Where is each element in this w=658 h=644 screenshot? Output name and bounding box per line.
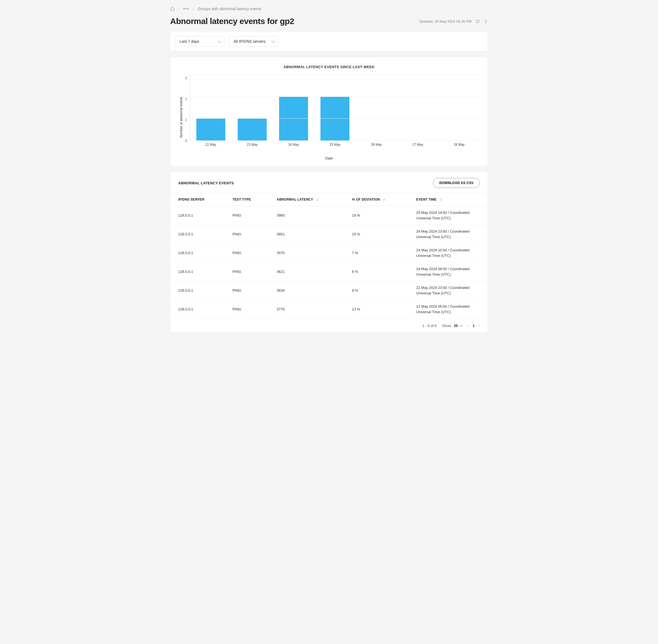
breadcrumb: / ••• / Groups with abnormal latency eve… <box>170 7 488 11</box>
x-tick: 27 May <box>412 143 423 146</box>
bar-slot: 24 May <box>273 74 314 140</box>
cell-abnormal-latency: 3776 <box>269 300 344 319</box>
y-tick: 0 <box>183 139 187 143</box>
bar-slot: 25 May <box>314 74 355 140</box>
col-server[interactable]: IP/DNS SERVER <box>170 193 225 206</box>
time-range-value: Last 7 days <box>180 39 199 44</box>
col-abnormal-latency[interactable]: ABNORMAL LATENCY <box>269 193 344 206</box>
cell-server: 128.0.0.1 <box>170 300 225 319</box>
next-page-button[interactable]: › <box>478 323 480 328</box>
col-event-time[interactable]: EVENT TIME <box>408 193 488 206</box>
home-icon[interactable] <box>170 7 174 11</box>
bar-slot: 27 May <box>397 74 439 140</box>
more-options-icon[interactable] <box>484 19 488 24</box>
bar-slot: 26 May <box>356 74 397 140</box>
table-row[interactable]: 128.0.0.1PING35707 %24 May 2024 10:00 / … <box>170 244 488 262</box>
col-test-type[interactable]: TEST TYPE <box>225 193 269 206</box>
chart-panel: ABNORMAL LATENCY EVENTS SINCE LAST WEEK … <box>170 57 488 166</box>
col-deviation[interactable]: % OF DEVIATION <box>344 193 408 206</box>
cell-test-type: PING <box>225 281 269 300</box>
x-tick: 22 May <box>205 143 216 146</box>
cell-deviation: 8 % <box>344 262 408 281</box>
servers-select[interactable]: All IP/DNS servers <box>229 36 279 47</box>
refresh-icon[interactable] <box>475 19 480 23</box>
table-title: ABNORMAL LATENCY EVENTS <box>178 181 234 185</box>
x-tick: 23 May <box>247 143 258 146</box>
cell-deviation: 15 % <box>344 225 408 244</box>
cell-event-time: 25 May 2024 14:00 / Coordinated Universa… <box>408 206 488 225</box>
cell-test-type: PING <box>225 244 269 262</box>
x-tick: 24 May <box>288 143 299 146</box>
cell-test-type: PING <box>225 225 269 244</box>
table-row[interactable]: 128.0.0.1PING385115 %24 May 2024 23:00 /… <box>170 225 488 244</box>
cell-deviation: 19 % <box>344 206 408 225</box>
cell-abnormal-latency: 3570 <box>269 244 344 262</box>
cell-abnormal-latency: 3634 <box>269 281 344 300</box>
cell-event-time: 24 May 2024 10:00 / Coordinated Universa… <box>408 244 488 262</box>
bar-slot: 28 May <box>439 74 480 140</box>
y-tick: 1 <box>183 118 187 122</box>
cell-abnormal-latency: 3621 <box>269 262 344 281</box>
prev-page-button[interactable]: ‹ <box>467 323 469 328</box>
table-panel: ABNORMAL LATENCY EVENTS DOWNLOAD AS CSV … <box>170 171 488 333</box>
page-title: Abnormal latency events for gp2 <box>170 17 294 26</box>
cell-server: 128.0.0.1 <box>170 225 225 244</box>
cell-server: 128.0.0.1 <box>170 281 225 300</box>
servers-value: All IP/DNS servers <box>234 39 265 44</box>
sort-icon <box>439 198 443 202</box>
cell-abnormal-latency: 3985 <box>269 206 344 225</box>
y-tick: 2 <box>183 97 187 101</box>
chart-bar[interactable] <box>196 118 225 140</box>
table-row[interactable]: 128.0.0.1PING398519 %25 May 2024 14:00 /… <box>170 206 488 225</box>
time-range-select[interactable]: Last 7 days <box>175 36 225 47</box>
chart-x-axis-label: Date <box>178 156 480 160</box>
page-size-select[interactable]: 25 <box>454 324 462 328</box>
chart-title: ABNORMAL LATENCY EVENTS SINCE LAST WEEK <box>178 65 480 69</box>
chart-bar[interactable] <box>238 118 267 140</box>
current-page: 1 <box>472 324 474 328</box>
cell-deviation: 7 % <box>344 244 408 262</box>
x-tick: 28 May <box>454 143 464 146</box>
table-row[interactable]: 128.0.0.1PING36218 %24 May 2024 08:00 / … <box>170 262 488 281</box>
breadcrumb-ellipsis[interactable]: ••• <box>183 7 189 11</box>
chart-y-ticks: 3210 <box>183 74 190 149</box>
cell-event-time: 22 May 2024 23:00 / Coordinated Universa… <box>408 281 488 300</box>
cell-test-type: PING <box>225 262 269 281</box>
x-tick: 25 May <box>330 143 340 146</box>
x-tick: 26 May <box>371 143 382 146</box>
bar-slot: 22 May <box>190 74 231 140</box>
events-table: IP/DNS SERVER TEST TYPE ABNORMAL LATENCY… <box>170 193 488 319</box>
bar-slot: 23 May <box>231 74 273 140</box>
pagination-show-label: Show <box>442 324 451 328</box>
cell-event-time: 22 May 2024 05:00 / Coordinated Universa… <box>408 300 488 319</box>
filter-panel: Last 7 days All IP/DNS servers <box>170 31 488 51</box>
cell-server: 128.0.0.1 <box>170 206 225 225</box>
download-csv-button[interactable]: DOWNLOAD AS CSV <box>433 178 480 188</box>
cell-server: 128.0.0.1 <box>170 244 225 262</box>
cell-abnormal-latency: 3851 <box>269 225 344 244</box>
pagination: 1 - 6 of 6 Show 25 ‹ 1 › <box>170 319 488 328</box>
cell-test-type: PING <box>225 300 269 319</box>
breadcrumb-separator: / <box>193 7 194 11</box>
cell-event-time: 24 May 2024 08:00 / Coordinated Universa… <box>408 262 488 281</box>
updated-label: Updated: 28 May 2024 06:30 PM <box>419 19 472 23</box>
cell-deviation: 8 % <box>344 281 408 300</box>
y-tick: 3 <box>183 76 187 80</box>
pagination-range: 1 - 6 of 6 <box>422 324 437 328</box>
cell-deviation: 13 % <box>344 300 408 319</box>
cell-event-time: 24 May 2024 23:00 / Coordinated Universa… <box>408 225 488 244</box>
breadcrumb-separator: / <box>179 7 180 11</box>
chart-plot: 22 May23 May24 May25 May26 May27 May28 M… <box>190 74 480 141</box>
cell-server: 128.0.0.1 <box>170 262 225 281</box>
table-row[interactable]: 128.0.0.1PING377613 %22 May 2024 05:00 /… <box>170 300 488 319</box>
cell-test-type: PING <box>225 206 269 225</box>
chart-y-axis-label: Number of abnormal events <box>178 74 183 149</box>
table-row[interactable]: 128.0.0.1PING36348 %22 May 2024 23:00 / … <box>170 281 488 300</box>
sort-icon <box>382 198 386 202</box>
breadcrumb-current[interactable]: Groups with abnormal latency events <box>198 7 261 11</box>
sort-icon <box>316 198 319 202</box>
